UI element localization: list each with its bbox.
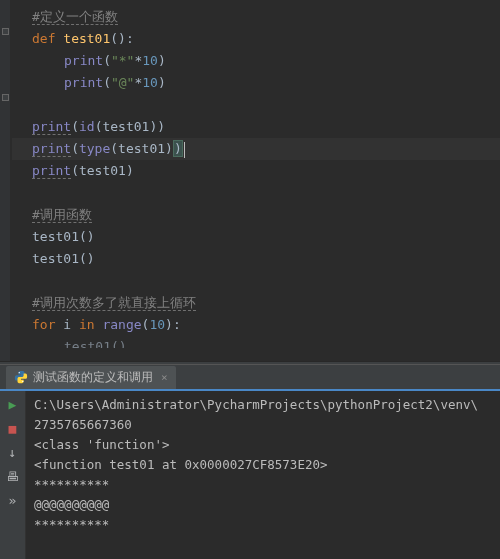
console-output-line: <class 'function'> <box>34 435 492 455</box>
stop-icon[interactable]: ■ <box>4 419 22 437</box>
console-output-line: <function test01 at 0x0000027CF8573E20> <box>34 455 492 475</box>
code-line[interactable]: print(test01) <box>12 160 500 182</box>
console-body: ▶ ■ ↓ 🖶 » C:\Users\Administrator\Pycharm… <box>0 391 500 559</box>
print-icon[interactable]: 🖶 <box>4 467 22 485</box>
code-line[interactable] <box>12 94 500 116</box>
console-output-line: @@@@@@@@@@ <box>34 495 492 515</box>
console-output-line: C:\Users\Administrator\PycharmProjects\p… <box>34 395 492 415</box>
fold-marker-icon[interactable] <box>2 28 9 35</box>
code-line[interactable] <box>12 182 500 204</box>
code-line[interactable]: #调用次数多了就直接上循环 <box>12 292 500 314</box>
svg-point-0 <box>19 372 20 373</box>
code-editor[interactable]: #定义一个函数def test01():print("*"*10)print("… <box>0 0 500 361</box>
fold-marker-icon[interactable] <box>2 94 9 101</box>
rerun-icon[interactable]: ▶ <box>4 395 22 413</box>
code-line[interactable]: test01() <box>12 336 500 348</box>
console-tab-label: 测试函数的定义和调用 <box>33 369 153 386</box>
more-icon[interactable]: » <box>4 491 22 509</box>
console-tab[interactable]: 测试函数的定义和调用 × <box>6 366 176 389</box>
code-line[interactable]: #调用函数 <box>12 204 500 226</box>
svg-point-1 <box>22 381 23 382</box>
code-line[interactable]: print("*"*10) <box>12 50 500 72</box>
console-output[interactable]: C:\Users\Administrator\PycharmProjects\p… <box>26 391 500 559</box>
code-line[interactable]: print(type(test01)) <box>12 138 500 160</box>
python-file-icon <box>14 370 28 384</box>
close-tab-icon[interactable]: × <box>161 371 168 384</box>
console-output-line: 2735765667360 <box>34 415 492 435</box>
code-line[interactable]: print("@"*10) <box>12 72 500 94</box>
code-line[interactable]: print(id(test01)) <box>12 116 500 138</box>
code-line[interactable]: test01() <box>12 226 500 248</box>
run-tool-window: 测试函数的定义和调用 × ▶ ■ ↓ 🖶 » C:\Users\Administ… <box>0 364 500 559</box>
code-line[interactable]: test01() <box>12 248 500 270</box>
console-toolbar: ▶ ■ ↓ 🖶 » <box>0 391 26 559</box>
code-line[interactable]: def test01(): <box>12 28 500 50</box>
code-line[interactable] <box>12 270 500 292</box>
console-output-line: ********** <box>34 515 492 535</box>
console-output-line: ********** <box>34 475 492 495</box>
console-tab-bar: 测试函数的定义和调用 × <box>0 365 500 391</box>
scroll-down-icon[interactable]: ↓ <box>4 443 22 461</box>
editor-gutter <box>0 0 10 361</box>
code-line[interactable]: for i in range(10): <box>12 314 500 336</box>
code-line[interactable]: #定义一个函数 <box>12 6 500 28</box>
